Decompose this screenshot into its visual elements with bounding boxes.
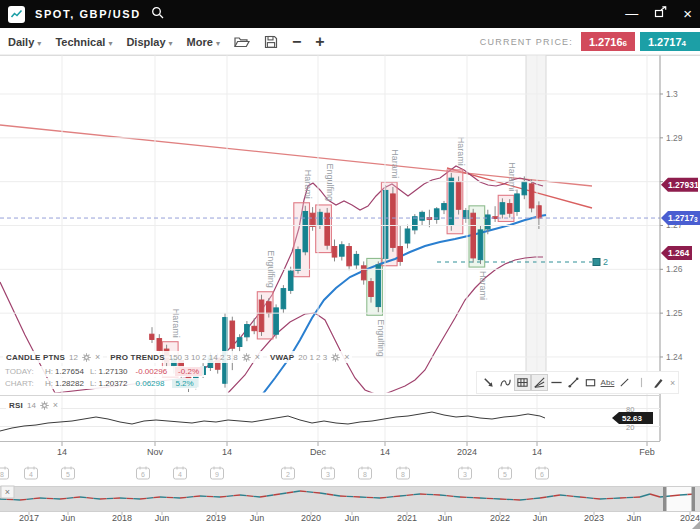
close-icon[interactable]: × [53, 400, 58, 410]
navigator-series [533, 498, 540, 499]
navigator-series [313, 492, 320, 493]
grid-tool-icon[interactable] [515, 375, 530, 390]
navigator-series [187, 497, 194, 498]
nav-date-label: 2019 [206, 513, 226, 523]
event-icon[interactable]: 3 [459, 467, 472, 480]
nav-date-label: Jun [438, 513, 453, 523]
event-icon[interactable]: 6 [536, 467, 549, 480]
event-icon[interactable]: 3 [322, 467, 335, 480]
event-icon[interactable]: 8 [0, 467, 9, 480]
horizontal-line-tool-icon[interactable] [549, 375, 564, 390]
nav-date-label: 2018 [112, 513, 132, 523]
navigator-series [400, 495, 407, 496]
today-change: -0.00296 [136, 367, 168, 376]
trading-app-window: { "titlebar": {"symbol": "SPOT, GBP/USD"… [0, 0, 700, 529]
rsi-value-badge: 52.63 [612, 412, 653, 424]
navigator-series [247, 496, 254, 497]
candle [471, 209, 476, 263]
candle-body [500, 203, 505, 214]
candle-body [507, 204, 512, 214]
y-tick-label: 1.24 [666, 352, 683, 362]
candle-body [398, 247, 403, 262]
pencil-tool-icon[interactable] [651, 375, 666, 390]
navigator-series [73, 497, 80, 498]
event-count: 8 [363, 471, 367, 478]
nav-date-label: Jun [345, 513, 360, 523]
event-icon[interactable]: 4 [174, 467, 187, 480]
navigator-series [327, 494, 334, 495]
navigator-series [280, 493, 287, 494]
navigator-series [20, 499, 27, 500]
nav-date-label: 2017 [19, 513, 39, 523]
candle-body [478, 230, 483, 260]
candle [281, 285, 286, 313]
navigator-series [33, 498, 40, 499]
navigator-series [380, 497, 387, 498]
event-icon[interactable]: 4 [25, 467, 38, 480]
navigator-selection[interactable] [666, 487, 692, 511]
event-icon[interactable]: 2 [282, 467, 295, 480]
navigator-series [547, 496, 554, 497]
navigator-handle-right[interactable] [692, 487, 696, 511]
gear-icon[interactable] [242, 353, 251, 362]
close-icon[interactable]: × [255, 352, 260, 362]
navigator-series [440, 495, 447, 496]
candle [413, 214, 418, 234]
candle-body [515, 194, 520, 212]
y-tick-label: 1.3 [666, 89, 678, 99]
gear-icon[interactable] [82, 353, 91, 362]
candle [310, 207, 315, 231]
candle-body [464, 211, 469, 219]
navigator-series [60, 498, 67, 499]
level-marker [593, 259, 600, 266]
price-chart: 2HaramiEngulfingHaramiEngulfingEngulfing… [0, 0, 700, 529]
trend-line-tool-icon[interactable] [566, 375, 581, 390]
navigator-series [67, 498, 74, 499]
candle-body [413, 217, 418, 230]
gear-icon[interactable] [331, 353, 340, 362]
gear-icon[interactable] [40, 401, 49, 410]
event-icon[interactable]: 5 [499, 467, 512, 480]
line-tool-icon[interactable] [617, 375, 632, 390]
candle-body [486, 215, 491, 229]
navigator-series [273, 494, 280, 495]
event-icon[interactable]: 6 [137, 467, 150, 480]
legend-pro-trends: PRO TRENDS 150 3 10 2 14 2 3 8 × [107, 351, 263, 363]
close-icon[interactable]: × [95, 352, 100, 362]
axis-price-badge: 1.27173 [661, 211, 700, 225]
pattern-label: Engulfing [376, 319, 386, 357]
navigator-series [227, 496, 234, 497]
close-icon[interactable]: × [670, 378, 675, 388]
nav-date-label: 2023 [584, 513, 604, 523]
pattern-label: Harami [507, 162, 517, 191]
pattern-label: Harami [390, 149, 400, 178]
badge-text: 1.27173 [668, 213, 698, 223]
date-label: 14 [380, 447, 390, 457]
navigator-series [180, 497, 187, 498]
date-label: 14 [57, 447, 67, 457]
badge-text: 1.264 [668, 248, 690, 258]
rectangle-tool-icon[interactable] [583, 375, 598, 390]
event-icon[interactable]: 9 [211, 467, 224, 480]
candle-body [522, 182, 527, 195]
fan-lines-tool-icon[interactable] [532, 375, 547, 390]
event-count: 8 [401, 471, 405, 478]
event-icon[interactable]: 8 [359, 467, 372, 480]
candle-body [340, 245, 345, 256]
candle [434, 207, 439, 224]
chart-stats-row: CHART: H:1.28282 L:1.20372 0.06298 5.2% [3, 378, 199, 389]
today-stats-row: TODAY: H:1.27654 L:1.27130 -0.00296 -0.2… [3, 366, 204, 377]
candle [245, 321, 250, 341]
event-icon[interactable]: 8 [397, 467, 410, 480]
candle-body [420, 212, 425, 220]
close-icon[interactable]: × [344, 352, 349, 362]
candle [354, 251, 359, 269]
cursor-tool-icon[interactable] [481, 375, 496, 390]
candle-body [456, 182, 461, 210]
navigator-close-button[interactable]: × [1, 486, 14, 498]
navigator-handle-left[interactable] [663, 487, 667, 511]
text-tool-icon[interactable]: Abc [600, 375, 615, 390]
curve-tool-icon[interactable] [498, 375, 513, 390]
event-icon[interactable]: 5 [62, 467, 75, 480]
badge-text: 52.63 [622, 414, 643, 423]
